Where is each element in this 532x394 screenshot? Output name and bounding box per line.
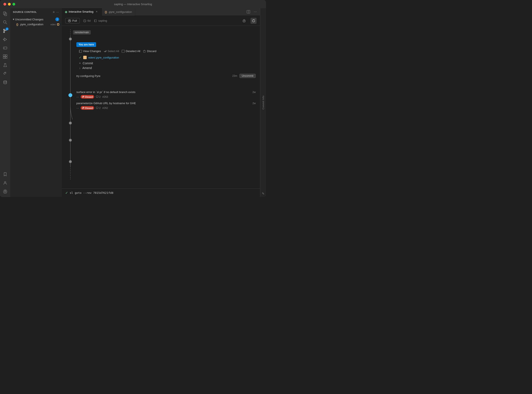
titlebar: sapling — Interactive Smartlog — [0, 0, 266, 8]
settings-button[interactable] — [241, 18, 247, 24]
deselect-all-label: Deselect All — [126, 50, 140, 53]
commit-time-1: 2w — [253, 91, 256, 94]
tab-bar: ◉ Interactive Smartlog ✕ {} .pyre_config… — [62, 8, 260, 16]
amend-button[interactable]: ↓ Amend — [79, 66, 253, 70]
commit-info-1: surface error in `sl pr` if no default b… — [76, 90, 256, 94]
sidebar-actions: ≡ ··· — [52, 10, 59, 14]
activity-icon-settings[interactable] — [1, 187, 9, 195]
minimize-button[interactable] — [8, 3, 11, 5]
view-changes-label: View Changes — [83, 50, 101, 53]
toolbar-time-value: 6d — [88, 19, 90, 22]
commit-row-1: surface error in `sl pr` if no default b… — [66, 90, 256, 99]
commit-meta-1: ··· ⇄ Closed 2 #263 — [76, 94, 256, 99]
commit-more-button-1[interactable]: ··· — [76, 95, 79, 98]
activity-icon-flask[interactable] — [1, 61, 9, 69]
comment-count-value-2: 2 — [99, 107, 101, 109]
activity-icon-extensions[interactable] — [1, 53, 9, 60]
activity-icon-remote[interactable] — [1, 44, 9, 52]
current-commit-dot — [68, 93, 72, 97]
tab-pyre-configuration[interactable]: {} .pyre_configuration — [102, 8, 135, 16]
activity-icon-source-control[interactable]: 1 — [1, 27, 9, 35]
app-container: 1 — [0, 8, 266, 197]
svg-point-20 — [4, 81, 7, 82]
select-all-button[interactable]: Select All — [104, 50, 119, 53]
remote-label-row: remote/main — [66, 29, 256, 38]
comment-count-1: 2 — [96, 95, 101, 98]
commit-button[interactable]: + Commit — [79, 61, 253, 65]
maximize-button[interactable] — [12, 3, 15, 5]
you-are-here-badge: You are here — [76, 42, 96, 47]
discard-button[interactable]: Discard — [143, 50, 156, 53]
commit-row-0: try configuring Pyre 23m Uncommit — [66, 73, 256, 79]
activity-icon-account[interactable] — [1, 179, 9, 187]
commit-meta-2: ··· ⇄ Closed 2 #262 — [76, 106, 256, 110]
refresh-button[interactable] — [251, 18, 257, 24]
activity-icon-search[interactable] — [1, 18, 9, 26]
pr-badge-icon-2: ⇄ — [82, 107, 84, 109]
svg-point-11 — [4, 48, 5, 48]
sidebar-title: SOURCE CONTROL — [13, 11, 37, 13]
pr-badge-label-2: Closed — [85, 107, 93, 109]
uncommitted-header[interactable]: ▾ Uncommitted Changes 1 — [10, 16, 62, 22]
smartlog-content: Pull 6d sapling — [62, 16, 260, 197]
remote-main-label: remote/main — [73, 30, 91, 35]
pr-badge-label-1: Closed — [85, 96, 93, 98]
activity-icon-docker[interactable] — [1, 70, 9, 78]
sidebar-file-item[interactable]: {} .pyre_configuration eden — [10, 22, 62, 26]
command-section: ✓ sl goto --rev 7815d7621fd8 — [62, 188, 260, 197]
main-content: ◉ Interactive Smartlog ✕ {} .pyre_config… — [62, 8, 260, 197]
comment-count-2: 2 — [96, 107, 101, 109]
svg-rect-18 — [5, 72, 6, 73]
sidebar-more-actions-button[interactable]: ··· — [56, 10, 59, 14]
file-path-link[interactable]: eden/.pyre_configuration — [88, 56, 119, 59]
smartlog-tab-icon: ◉ — [65, 10, 67, 14]
amend-button-label: Amend — [82, 66, 92, 70]
sidebar-file-name: .pyre_configuration — [20, 23, 49, 26]
split-editor-button[interactable] — [245, 9, 251, 15]
pr-badge-2[interactable]: ⇄ Closed — [81, 106, 94, 110]
source-control-badge: 1 — [5, 27, 9, 31]
svg-point-9 — [3, 39, 4, 40]
graph-spacer-1 — [66, 79, 256, 90]
activity-icon-files[interactable] — [1, 10, 9, 18]
window-title: sapling — Interactive Smartlog — [114, 3, 152, 6]
svg-point-21 — [5, 181, 6, 183]
close-button[interactable] — [3, 3, 6, 5]
toolbar-time: 6d — [83, 19, 90, 22]
svg-point-2 — [3, 21, 6, 23]
commit-info-panel-label[interactable]: Commit Info — [262, 94, 264, 111]
svg-rect-13 — [5, 55, 7, 56]
activity-icon-bookmark[interactable] — [1, 171, 9, 178]
view-changes-button[interactable]: View Changes — [79, 50, 101, 53]
tab-smartlog-label: Interactive Smartlog — [69, 10, 94, 13]
tab-interactive-smartlog[interactable]: ◉ Interactive Smartlog ✕ — [62, 8, 102, 16]
commit-message-0: try configuring Pyre — [76, 74, 230, 78]
pr-number-1: #263 — [102, 95, 108, 98]
svg-rect-10 — [3, 47, 7, 49]
amend-icon: ↓ — [79, 66, 81, 70]
deselect-all-button[interactable]: Deselect All — [122, 50, 140, 53]
svg-rect-14 — [3, 57, 5, 58]
commit-more-button-2[interactable]: ··· — [76, 106, 79, 110]
right-sidebar: Commit Info ✎ — [260, 8, 266, 197]
smartlog-toolbar: Pull 6d sapling — [62, 16, 260, 26]
svg-rect-34 — [79, 50, 82, 52]
commit-time-0: 23m — [232, 74, 237, 77]
svg-rect-15 — [5, 57, 7, 58]
more-tab-actions-button[interactable]: ··· — [252, 9, 258, 15]
svg-rect-19 — [5, 73, 6, 73]
edit-icon[interactable]: ✎ — [262, 192, 264, 195]
tab-close-button[interactable]: ✕ — [95, 10, 99, 14]
you-are-here-section: You are here View Changes — [66, 42, 256, 71]
commit-row-2: parameterize GitHub URL by hostname for … — [66, 101, 256, 110]
activity-icon-database[interactable] — [1, 78, 9, 86]
svg-rect-12 — [3, 55, 5, 56]
pull-button[interactable]: Pull — [65, 18, 80, 23]
pr-badge-1[interactable]: ⇄ Closed — [81, 95, 94, 98]
uncommitted-actions-row: View Changes Select All — [76, 49, 256, 54]
sidebar-list-view-button[interactable]: ≡ — [52, 10, 55, 14]
uncommit-button-0[interactable]: Uncommit — [239, 74, 256, 78]
tab-pyre-label: .pyre_configuration — [108, 10, 132, 14]
activity-icon-run[interactable] — [1, 36, 9, 43]
svg-point-4 — [4, 29, 5, 30]
